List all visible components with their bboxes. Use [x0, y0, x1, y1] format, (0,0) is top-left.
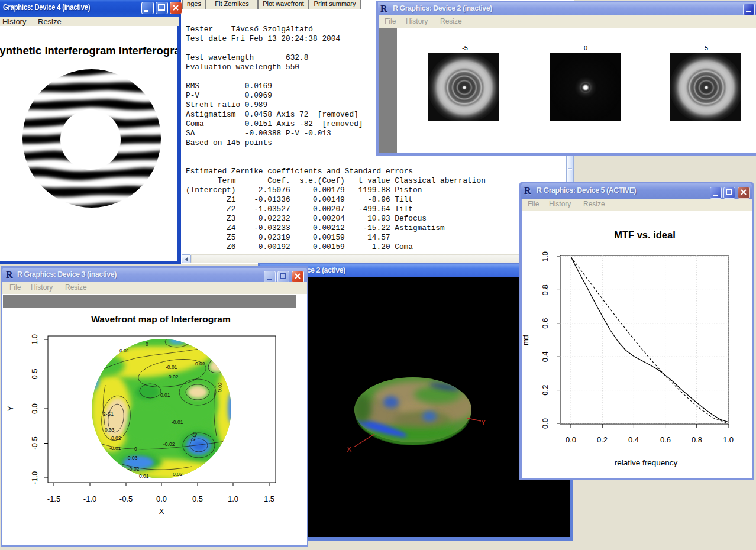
svg-text:-0.02: -0.02: [128, 466, 140, 472]
svg-text:0.01: 0.01: [119, 348, 130, 354]
svg-text:MTF vs. ideal: MTF vs. ideal: [614, 229, 676, 240]
svg-text:0.6: 0.6: [541, 318, 550, 329]
svg-text:-0.03: -0.03: [126, 455, 138, 461]
svg-text:0.01: 0.01: [139, 473, 149, 479]
svg-text:X: X: [159, 507, 164, 516]
svg-text:0.6: 0.6: [660, 435, 671, 444]
svg-text:0: 0: [584, 44, 587, 51]
svg-text:Y: Y: [6, 406, 15, 411]
svg-text:0.0: 0.0: [566, 435, 576, 444]
svg-text:-1.0: -1.0: [30, 471, 39, 484]
svg-text:-0.5: -0.5: [119, 494, 133, 503]
svg-text:0.0: 0.0: [30, 403, 39, 414]
svg-text:X: X: [347, 445, 352, 454]
svg-text:-0.02: -0.02: [163, 441, 175, 447]
svg-text:-0.5: -0.5: [30, 436, 39, 449]
svg-text:0.02: 0.02: [111, 435, 121, 441]
svg-text:1.5: 1.5: [264, 494, 274, 503]
svg-text:-1.5: -1.5: [47, 494, 60, 503]
svg-text:0.5: 0.5: [30, 368, 39, 379]
svg-text:Y: Y: [481, 419, 486, 427]
svg-text:0.5: 0.5: [192, 494, 203, 503]
svg-text:5: 5: [705, 44, 708, 51]
svg-text:0.02: 0.02: [217, 382, 223, 393]
svg-text:-5: -5: [462, 44, 468, 51]
svg-text:0.2: 0.2: [541, 385, 550, 396]
svg-text:Wavefront map of Interferogram: Wavefront map of Interferogram: [91, 314, 230, 324]
svg-text:0.2: 0.2: [597, 435, 608, 444]
svg-text:0.8: 0.8: [692, 435, 702, 444]
svg-text:0.02: 0.02: [195, 361, 205, 367]
svg-text:0.4: 0.4: [628, 435, 639, 444]
svg-text:2-S1: 2-S1: [103, 411, 114, 417]
svg-text:R: R: [6, 270, 13, 280]
svg-text:relative frequency: relative frequency: [615, 458, 678, 467]
svg-text:0.03: 0.03: [105, 427, 115, 433]
svg-text:-0.01: -0.01: [166, 364, 177, 370]
svg-text:0.02: 0.02: [173, 471, 183, 477]
svg-text:0: 0: [146, 341, 148, 347]
svg-text:-0.02: -0.02: [167, 374, 179, 380]
svg-text:1.0: 1.0: [30, 334, 39, 345]
svg-text:0.01: 0.01: [160, 392, 170, 398]
svg-text:0.4: 0.4: [541, 351, 550, 362]
svg-text:1.0: 1.0: [541, 251, 550, 262]
svg-text:-0.01: -0.01: [172, 419, 183, 425]
svg-text:-1.0: -1.0: [83, 494, 96, 503]
svg-text:R: R: [524, 186, 531, 196]
svg-text:-0.01: -0.01: [109, 445, 121, 451]
svg-text:0.8: 0.8: [541, 284, 550, 295]
svg-text:mtf: mtf: [522, 335, 530, 345]
svg-text:R: R: [380, 4, 387, 14]
svg-text:1.0: 1.0: [723, 435, 734, 444]
svg-text:0.0: 0.0: [541, 418, 550, 429]
svg-text:1.0: 1.0: [228, 494, 238, 503]
svg-text:0.0: 0.0: [156, 494, 167, 503]
svg-text:0: 0: [134, 446, 137, 452]
